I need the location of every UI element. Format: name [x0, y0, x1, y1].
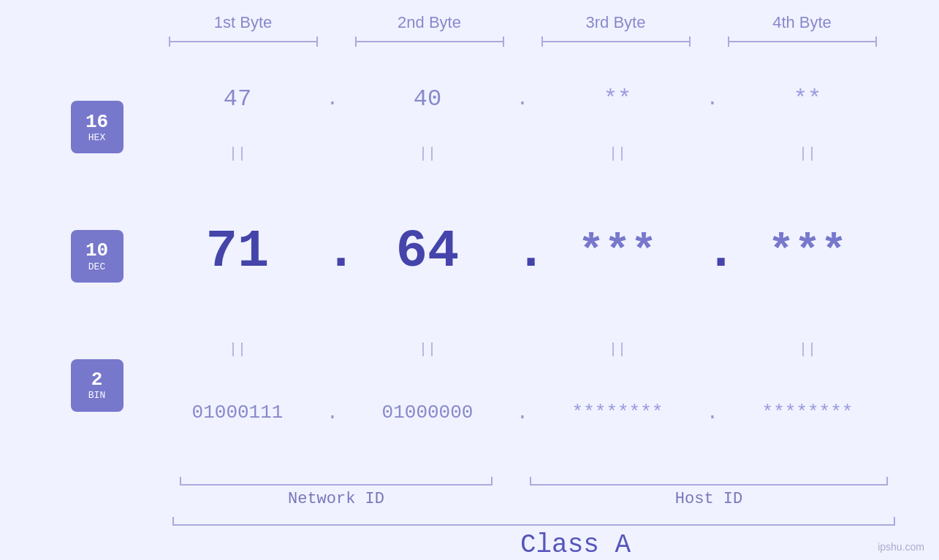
bin-b3: ******** [530, 402, 705, 423]
hex-b2: 40 [340, 85, 515, 112]
bin-dot3: . [705, 402, 720, 424]
bottom-labels: Network ID Host ID [150, 490, 895, 508]
host-id-bracket-right [886, 477, 888, 486]
dec-dot3: . [705, 222, 720, 282]
class-bracket-line [172, 524, 895, 526]
net-id-bracket-left [180, 477, 181, 486]
badges-column: 16 HEX 10 DEC 2 BIN [44, 55, 150, 508]
sep-b1: || [150, 145, 325, 162]
bracket-line-4 [728, 41, 877, 42]
bracket-byte3 [522, 35, 709, 48]
bin-badge-number: 2 [91, 369, 103, 391]
bin-badge: 2 BIN [71, 359, 123, 412]
sep-dec-bin: || || || || [150, 339, 895, 361]
class-bracket-left [172, 517, 174, 526]
bin-b4: ******** [720, 402, 895, 423]
class-bracket-wrapper [150, 514, 895, 526]
hex-b4: ** [720, 85, 895, 112]
dec-b3: *** [530, 227, 705, 277]
watermark: ipshu.com [878, 541, 924, 553]
sep2-b4: || [720, 341, 895, 358]
sep-b2: || [340, 145, 515, 162]
bin-row: 01000111 . 01000000 . ******** . *******… [150, 361, 895, 465]
hex-b3: ** [530, 85, 705, 112]
bracket-byte4 [709, 35, 895, 48]
data-columns: 47 . 40 . ** . ** || || [150, 55, 895, 508]
byte1-header: 1st Byte [150, 13, 336, 32]
bracket-line-2 [355, 41, 504, 42]
sep2-b3: || [530, 341, 705, 358]
class-label: Class A [150, 530, 895, 560]
host-id-bracket-line [530, 484, 888, 486]
bracket-byte1 [150, 35, 336, 48]
class-bracket-right [894, 517, 895, 526]
byte2-header: 2nd Byte [336, 13, 522, 32]
byte-headers: 1st Byte 2nd Byte 3rd Byte 4th Byte [44, 13, 895, 32]
sep2-b1: || [150, 341, 325, 358]
sep2-b2: || [340, 341, 515, 358]
host-id-bracket-left [530, 477, 531, 486]
dec-dot1: . [325, 222, 340, 282]
dec-badge-label: DEC [88, 261, 105, 272]
hex-row: 47 . 40 . ** . ** [150, 55, 895, 142]
byte4-header: 4th Byte [709, 13, 895, 32]
dec-b4: *** [720, 227, 895, 277]
host-id-bracket-container [522, 471, 895, 486]
dec-badge: 10 DEC [71, 230, 123, 283]
top-brackets [44, 35, 895, 48]
hex-badge: 16 HEX [71, 101, 123, 153]
sep-hex-dec: || || || || [150, 142, 895, 164]
dec-row: 71 . 64 . *** . *** [150, 164, 895, 339]
dec-b1: 71 [150, 222, 325, 282]
hex-dot1: . [325, 88, 340, 110]
byte3-header: 3rd Byte [522, 13, 709, 32]
net-id-bracket-right [491, 477, 493, 486]
bottom-brackets [150, 471, 895, 486]
hex-badge-number: 16 [85, 112, 108, 133]
bin-badge-label: BIN [88, 390, 105, 401]
sep-b4: || [720, 145, 895, 162]
dec-badge-number: 10 [85, 240, 108, 261]
bin-dot1: . [325, 402, 340, 424]
hex-dot3: . [705, 88, 720, 110]
bottom-section: Network ID Host ID [150, 471, 895, 508]
sep-b3: || [530, 145, 705, 162]
bin-dot2: . [515, 402, 530, 424]
hex-badge-label: HEX [88, 132, 105, 143]
bracket-byte2 [336, 35, 522, 48]
hex-dot2: . [515, 88, 530, 110]
network-id-label: Network ID [150, 490, 522, 508]
content-area: 16 HEX 10 DEC 2 BIN 47 . 40 [44, 55, 895, 508]
host-id-label: Host ID [522, 490, 895, 508]
bracket-line-1 [169, 41, 318, 42]
bin-b2: 01000000 [340, 402, 515, 423]
main-container: 1st Byte 2nd Byte 3rd Byte 4th Byte 16 H… [0, 0, 939, 560]
hex-b1: 47 [150, 85, 325, 112]
dec-dot2: . [515, 222, 530, 282]
dec-b2: 64 [340, 222, 515, 282]
bin-b1: 01000111 [150, 402, 325, 423]
net-id-bracket-line [180, 484, 493, 486]
net-id-bracket-container [150, 471, 522, 486]
class-section: Class A [44, 514, 895, 560]
bracket-line-3 [541, 41, 691, 42]
